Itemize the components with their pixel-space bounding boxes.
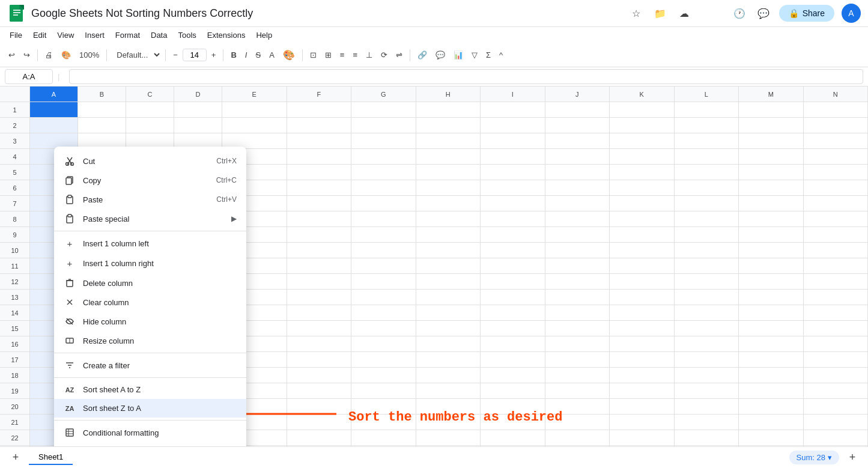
cell[interactable] bbox=[610, 118, 675, 133]
cell[interactable] bbox=[351, 227, 416, 242]
col-header-n[interactable]: N bbox=[804, 87, 869, 102]
cell[interactable] bbox=[351, 336, 416, 351]
cell[interactable] bbox=[610, 399, 675, 414]
cell[interactable] bbox=[287, 430, 352, 445]
cell[interactable] bbox=[739, 243, 804, 258]
cell[interactable] bbox=[739, 227, 804, 242]
cell[interactable] bbox=[610, 211, 675, 226]
cell[interactable] bbox=[675, 196, 739, 211]
cell[interactable] bbox=[351, 430, 416, 445]
cell[interactable] bbox=[675, 133, 739, 148]
cell[interactable] bbox=[675, 321, 739, 336]
cell[interactable] bbox=[416, 258, 481, 273]
menu-view[interactable]: View bbox=[52, 28, 79, 42]
cell[interactable] bbox=[675, 399, 739, 414]
chart-button[interactable]: 📊 bbox=[450, 48, 467, 62]
cell[interactable] bbox=[675, 258, 739, 273]
context-menu-item[interactable]: Resize column bbox=[54, 331, 246, 350]
cell[interactable] bbox=[610, 368, 675, 383]
col-header-i[interactable]: I bbox=[481, 87, 545, 102]
cell[interactable] bbox=[351, 149, 416, 164]
function-button[interactable]: Σ bbox=[482, 48, 494, 62]
cell[interactable] bbox=[481, 430, 545, 445]
font-size-decrease[interactable]: − bbox=[169, 48, 181, 62]
cell[interactable] bbox=[545, 149, 610, 164]
col-header-l[interactable]: L bbox=[675, 87, 739, 102]
cell[interactable] bbox=[481, 383, 545, 398]
cell[interactable] bbox=[610, 352, 675, 367]
cell[interactable] bbox=[610, 196, 675, 211]
cell[interactable] bbox=[351, 102, 416, 117]
add-column-button[interactable]: + bbox=[844, 449, 861, 466]
cell[interactable] bbox=[610, 305, 675, 320]
sheet-tab[interactable]: Sheet1 bbox=[29, 450, 73, 465]
cell[interactable] bbox=[416, 227, 481, 242]
cell[interactable] bbox=[739, 368, 804, 383]
cell[interactable] bbox=[610, 430, 675, 445]
cell[interactable] bbox=[351, 211, 416, 226]
cell[interactable] bbox=[416, 274, 481, 289]
chat-icon[interactable]: 💬 bbox=[755, 5, 772, 22]
cell[interactable] bbox=[416, 446, 481, 446]
cell[interactable] bbox=[675, 118, 739, 133]
cell[interactable] bbox=[545, 133, 610, 148]
cell[interactable] bbox=[481, 149, 545, 164]
text-wrap-button[interactable]: ≡ bbox=[336, 48, 348, 62]
print-button[interactable]: 🖨 bbox=[41, 48, 56, 62]
cell[interactable] bbox=[545, 305, 610, 320]
cell[interactable] bbox=[675, 290, 739, 305]
cell[interactable] bbox=[545, 290, 610, 305]
cell[interactable] bbox=[545, 227, 610, 242]
col-header-c[interactable]: C bbox=[126, 87, 174, 102]
cell[interactable] bbox=[481, 180, 545, 195]
cell[interactable] bbox=[610, 336, 675, 351]
valign-button[interactable]: ⊥ bbox=[362, 48, 376, 62]
cell[interactable] bbox=[416, 321, 481, 336]
cell[interactable] bbox=[545, 415, 610, 430]
cell[interactable] bbox=[804, 383, 869, 398]
add-sheet-button[interactable]: + bbox=[7, 449, 24, 466]
cell[interactable] bbox=[545, 321, 610, 336]
cell[interactable] bbox=[287, 243, 352, 258]
cell[interactable] bbox=[545, 180, 610, 195]
context-menu-item[interactable]: Data validation bbox=[54, 442, 246, 446]
cell[interactable] bbox=[481, 196, 545, 211]
cell[interactable] bbox=[545, 243, 610, 258]
cell[interactable] bbox=[351, 383, 416, 398]
avatar[interactable]: A bbox=[842, 4, 861, 23]
cell[interactable] bbox=[351, 274, 416, 289]
cell[interactable] bbox=[804, 133, 869, 148]
cell[interactable] bbox=[610, 149, 675, 164]
cell[interactable] bbox=[804, 305, 869, 320]
filter-button[interactable]: ▽ bbox=[468, 48, 481, 62]
zoom-button[interactable]: 100% bbox=[76, 48, 103, 62]
cell[interactable] bbox=[804, 118, 869, 133]
share-button[interactable]: 🔒 Share bbox=[779, 5, 834, 22]
cloud-icon[interactable]: ☁ bbox=[676, 5, 693, 22]
cell[interactable] bbox=[739, 165, 804, 180]
context-menu-item[interactable]: Conditional formatting bbox=[54, 423, 246, 442]
context-menu-item[interactable]: Clear column bbox=[54, 293, 246, 312]
cell[interactable] bbox=[481, 399, 545, 414]
cell[interactable] bbox=[287, 446, 352, 446]
cell[interactable] bbox=[804, 415, 869, 430]
cell[interactable] bbox=[351, 133, 416, 148]
cell[interactable] bbox=[675, 430, 739, 445]
cell[interactable] bbox=[351, 399, 416, 414]
cell[interactable] bbox=[739, 321, 804, 336]
cell[interactable] bbox=[739, 118, 804, 133]
cell[interactable] bbox=[416, 102, 481, 117]
cell[interactable] bbox=[416, 368, 481, 383]
cell[interactable] bbox=[610, 227, 675, 242]
cell[interactable] bbox=[545, 352, 610, 367]
align-button[interactable]: ≡ bbox=[349, 48, 361, 62]
cell[interactable] bbox=[416, 305, 481, 320]
cell[interactable] bbox=[739, 149, 804, 164]
merge-button[interactable]: ⊞ bbox=[321, 48, 335, 62]
cell[interactable] bbox=[739, 180, 804, 195]
cell[interactable] bbox=[481, 258, 545, 273]
context-menu-item[interactable]: Create a filter bbox=[54, 356, 246, 375]
cell[interactable] bbox=[287, 102, 352, 117]
paint-format-button[interactable]: 🎨 bbox=[58, 48, 74, 62]
cell[interactable] bbox=[481, 336, 545, 351]
